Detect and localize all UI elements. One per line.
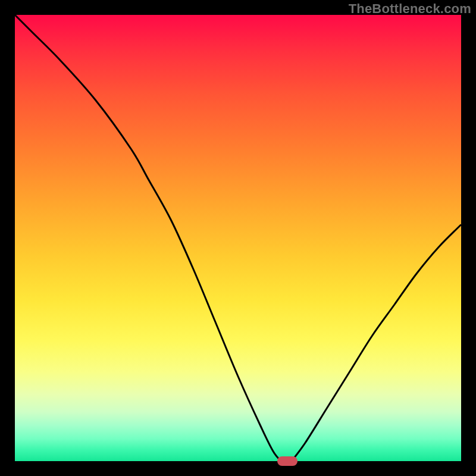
chart-frame: TheBottleneck.com <box>0 0 476 476</box>
bottleneck-curve <box>15 15 461 461</box>
curve-left-branch <box>15 15 292 462</box>
plot-area <box>15 15 461 461</box>
curve-right-branch <box>292 225 461 462</box>
minimum-marker <box>277 456 298 466</box>
